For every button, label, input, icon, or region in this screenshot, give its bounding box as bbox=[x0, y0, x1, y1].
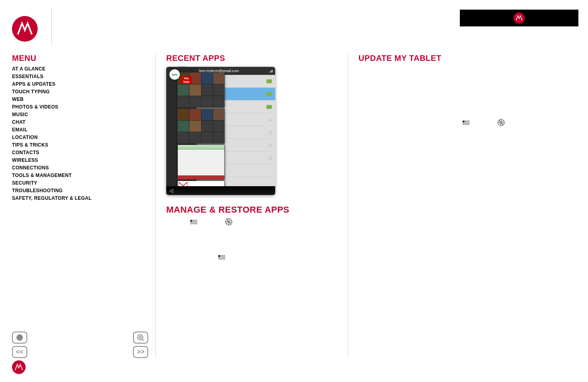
settings-icon bbox=[497, 119, 505, 126]
menu-item-web[interactable]: WEB bbox=[12, 95, 92, 103]
apps-grid-icon bbox=[190, 220, 197, 224]
section-recent-apps-title: RECENT APPS bbox=[166, 54, 334, 63]
phone-screenshot: test.mcleron@gmail.com n@gmail.com n@gma… bbox=[166, 67, 275, 195]
motorola-logo-icon[interactable] bbox=[12, 360, 26, 374]
chat-bubble-icon bbox=[266, 105, 272, 109]
divider bbox=[348, 53, 348, 357]
motorola-logo-icon bbox=[513, 12, 525, 24]
menu-item-at-a-glance[interactable]: AT A GLANCE bbox=[12, 65, 92, 72]
menu-item-security[interactable]: SECURITY bbox=[12, 179, 92, 187]
apps-grid-icon bbox=[463, 121, 469, 125]
menu-item-troubleshooting[interactable]: TROUBLESHOOTING bbox=[12, 187, 92, 194]
top-black-bar bbox=[460, 10, 578, 26]
menu-item-touch-typing[interactable]: TOUCH TYPING bbox=[12, 88, 92, 95]
youtube-app-icon: You Tube bbox=[181, 76, 192, 84]
nav-prev-button[interactable]: << bbox=[12, 346, 27, 358]
presence-icon bbox=[269, 131, 272, 134]
menu-item-safety-legal[interactable]: SAFETY, REGULATORY & LEGAL bbox=[12, 194, 92, 202]
menu-item-connections[interactable]: CONNECTIONS bbox=[12, 164, 92, 171]
section-update-tablet-title: UPDATE MY TABLET bbox=[358, 54, 575, 63]
chat-bubble-icon bbox=[266, 92, 272, 96]
back-icon: ◁ bbox=[169, 188, 173, 193]
menu-item-essentials[interactable]: ESSENTIALS bbox=[12, 72, 92, 80]
chat-bubble-icon bbox=[266, 79, 272, 83]
motorola-logo-icon[interactable] bbox=[12, 16, 38, 42]
menu-item-wireless[interactable]: WIRELESS bbox=[12, 156, 92, 164]
menu-item-chat[interactable]: CHAT bbox=[12, 118, 92, 126]
recent-thumb-media bbox=[177, 109, 225, 144]
divider bbox=[155, 53, 156, 357]
menu-item-tools-management[interactable]: TOOLS & MANAGEMENT bbox=[12, 171, 92, 179]
nav-globe-button[interactable] bbox=[133, 332, 148, 344]
nav-next-button[interactable]: >> bbox=[133, 346, 148, 358]
menu-item-location[interactable]: LOCATION bbox=[12, 133, 92, 141]
menu-item-contacts[interactable]: CONTACTS bbox=[12, 149, 92, 156]
menu-item-apps-updates[interactable]: APPS & UPDATES bbox=[12, 80, 92, 88]
recent-thumb-browser bbox=[177, 145, 225, 180]
menu-item-photos-videos[interactable]: PHOTOS & VIDEOS bbox=[12, 103, 92, 111]
nav-home-button[interactable] bbox=[12, 332, 27, 344]
section-manage-apps-title: MANAGE & RESTORE APPS bbox=[166, 205, 334, 215]
apps-grid-icon bbox=[218, 255, 225, 259]
recent-thumbnails bbox=[177, 72, 225, 195]
phone-navbar: ◁ bbox=[166, 186, 275, 195]
talk-app-icon: talk bbox=[169, 69, 180, 80]
presence-icon bbox=[269, 157, 272, 160]
signal-icon bbox=[269, 69, 273, 72]
menu-item-tips-tricks[interactable]: TIPS & TRICKS bbox=[12, 141, 92, 149]
presence-icon bbox=[269, 144, 272, 147]
settings-icon bbox=[225, 218, 232, 225]
menu-heading: MENU bbox=[12, 54, 36, 63]
menu-list: AT A GLANCE ESSENTIALS APPS & UPDATES TO… bbox=[12, 65, 92, 202]
divider bbox=[51, 7, 52, 45]
pager-nav: << >> bbox=[12, 332, 148, 358]
menu-item-email[interactable]: EMAIL bbox=[12, 126, 92, 133]
menu-item-music[interactable]: MUSIC bbox=[12, 111, 92, 118]
presence-icon bbox=[269, 118, 272, 121]
